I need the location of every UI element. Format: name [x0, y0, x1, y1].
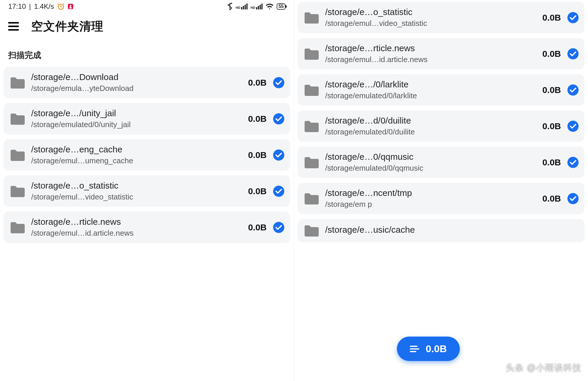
wifi-icon: [265, 3, 274, 10]
folder-info: /storage/e…0/qqmusic/storage/emulated/0/…: [325, 152, 536, 173]
folder-size: 0.0B: [542, 121, 561, 131]
page-title: 空文件夹清理: [31, 18, 103, 34]
svg-point-8: [273, 222, 284, 233]
folder-title: /storage/e…/unity_jail: [31, 108, 242, 118]
alarm-icon: [57, 3, 65, 10]
folder-info: /storage/e…Download/storage/emula…yteDow…: [31, 72, 242, 93]
folder-path: /storage/em p: [325, 200, 536, 209]
scan-status: 扫描完成: [0, 44, 294, 67]
folder-path: /storage/emulated/0/larklite: [325, 91, 536, 100]
folder-item[interactable]: /storage/e…rticle.news/storage/emul…id.a…: [4, 212, 290, 243]
checkbox-checked-icon[interactable]: [567, 48, 579, 59]
folder-info: /storage/e…ncent/tmp/storage/em p: [325, 188, 536, 209]
folder-title: /storage/e…d/0/duilite: [325, 116, 536, 126]
fab-size-label: 0.0B: [426, 343, 447, 355]
folder-info: /storage/e…rticle.news/storage/emul…id.a…: [31, 217, 242, 238]
folder-title: /storage/e…ncent/tmp: [325, 188, 536, 198]
folder-item[interactable]: /storage/e…rticle.news/storage/emul…id.a…: [298, 38, 584, 69]
folder-path: /storage/emulated/0/duilite: [325, 127, 536, 137]
folder-item[interactable]: /storage/e…Download/storage/emula…yteDow…: [4, 67, 290, 98]
svg-point-6: [273, 149, 284, 161]
battery-indicator: 55: [277, 3, 285, 10]
clean-fab[interactable]: 0.0B: [397, 337, 460, 361]
checkbox-checked-icon[interactable]: [273, 113, 284, 124]
checkbox-checked-icon[interactable]: [273, 186, 284, 197]
folder-icon: [303, 156, 319, 169]
bluetooth-icon: [227, 3, 233, 10]
folder-info: /storage/e…usic/cache: [325, 225, 579, 237]
checkbox-checked-icon[interactable]: [273, 77, 284, 88]
svg-point-13: [567, 157, 579, 168]
svg-rect-3: [69, 7, 72, 9]
checkbox-checked-icon[interactable]: [567, 84, 579, 96]
checkbox-checked-icon[interactable]: [567, 121, 579, 132]
folder-size: 0.0B: [248, 222, 267, 232]
folder-icon: [303, 47, 319, 60]
folder-item[interactable]: /storage/e…usic/cache: [298, 219, 584, 242]
folder-path: /storage/emul…video_statistic: [325, 19, 536, 28]
folder-icon: [9, 149, 25, 162]
clean-icon: [410, 346, 419, 352]
folder-path: /storage/emulated/0/qqmusic: [325, 164, 536, 173]
folder-item[interactable]: /storage/e…eng_cache/storage/emul…umeng_…: [4, 139, 290, 171]
checkbox-checked-icon[interactable]: [273, 222, 284, 233]
folder-info: /storage/e…/unity_jail/storage/emulated/…: [31, 108, 242, 129]
folder-item[interactable]: /storage/e…0/qqmusic/storage/emulated/0/…: [298, 147, 584, 178]
folder-info: /storage/e…/0/larklite/storage/emulated/…: [325, 79, 536, 100]
checkbox-checked-icon[interactable]: [567, 193, 579, 204]
folder-size: 0.0B: [542, 85, 561, 95]
svg-point-14: [567, 193, 579, 204]
folder-item[interactable]: /storage/e…o_statistic/storage/emul…vide…: [298, 2, 584, 33]
folder-size: 0.0B: [542, 194, 561, 204]
folder-title: /storage/e…Download: [31, 72, 242, 82]
folder-icon: [303, 11, 319, 24]
svg-point-12: [567, 121, 579, 132]
folder-item[interactable]: /storage/e…/unity_jail/storage/emulated/…: [4, 103, 290, 134]
checkbox-checked-icon[interactable]: [273, 149, 284, 161]
status-speed: 1.4K/s: [34, 2, 54, 11]
folder-item[interactable]: /storage/e…ncent/tmp/storage/em p0.0B: [298, 183, 584, 214]
folder-icon: [303, 120, 319, 133]
folder-title: /storage/e…/0/larklite: [325, 79, 536, 89]
folder-item[interactable]: /storage/e…d/0/duilite/storage/emulated/…: [298, 110, 584, 142]
folder-path: /storage/emul…video_statistic: [31, 192, 242, 202]
svg-point-11: [567, 84, 579, 96]
folder-list-left: /storage/e…Download/storage/emula…yteDow…: [0, 67, 294, 381]
folder-list-right: /storage/e…o_statistic/storage/emul…vide…: [294, 2, 588, 381]
folder-title: /storage/e…0/qqmusic: [325, 152, 536, 162]
folder-icon: [9, 76, 25, 89]
folder-info: /storage/e…o_statistic/storage/emul…vide…: [31, 181, 242, 202]
folder-title: /storage/e…eng_cache: [31, 144, 242, 154]
svg-point-9: [567, 12, 579, 23]
folder-path: /storage/emul…umeng_cache: [31, 156, 242, 165]
folder-title: /storage/e…rticle.news: [325, 43, 536, 53]
status-time: 17:10: [8, 2, 26, 11]
folder-item[interactable]: /storage/e…o_statistic/storage/emul…vide…: [4, 175, 290, 207]
folder-size: 0.0B: [248, 186, 267, 196]
folder-icon: [9, 221, 25, 234]
folder-title: /storage/e…o_statistic: [325, 7, 536, 17]
svg-point-4: [273, 77, 284, 88]
folder-icon: [303, 192, 319, 205]
folder-path: /storage/emula…yteDownload: [31, 84, 242, 93]
folder-icon: [9, 112, 25, 125]
signal-hd-icon-1: HD: [235, 4, 248, 9]
app-notification-icon: [67, 3, 74, 10]
folder-size: 0.0B: [542, 13, 561, 23]
folder-item[interactable]: /storage/e…/0/larklite/storage/emulated/…: [298, 74, 584, 106]
folder-path: /storage/emulated/0/unity_jail: [31, 120, 242, 129]
folder-size: 0.0B: [542, 49, 561, 59]
checkbox-checked-icon[interactable]: [567, 12, 579, 23]
folder-icon: [9, 185, 25, 198]
folder-size: 0.0B: [248, 78, 267, 88]
app-bar: 空文件夹清理: [0, 13, 294, 44]
folder-path: /storage/emul…id.article.news: [31, 229, 242, 238]
folder-title: /storage/e…usic/cache: [325, 225, 579, 235]
folder-icon: [303, 84, 319, 97]
svg-point-5: [273, 113, 284, 124]
folder-size: 0.0B: [248, 150, 267, 160]
menu-button[interactable]: [8, 22, 19, 31]
checkbox-checked-icon[interactable]: [567, 157, 579, 168]
folder-path: /storage/emul…id.article.news: [325, 55, 536, 64]
folder-size: 0.0B: [248, 114, 267, 124]
